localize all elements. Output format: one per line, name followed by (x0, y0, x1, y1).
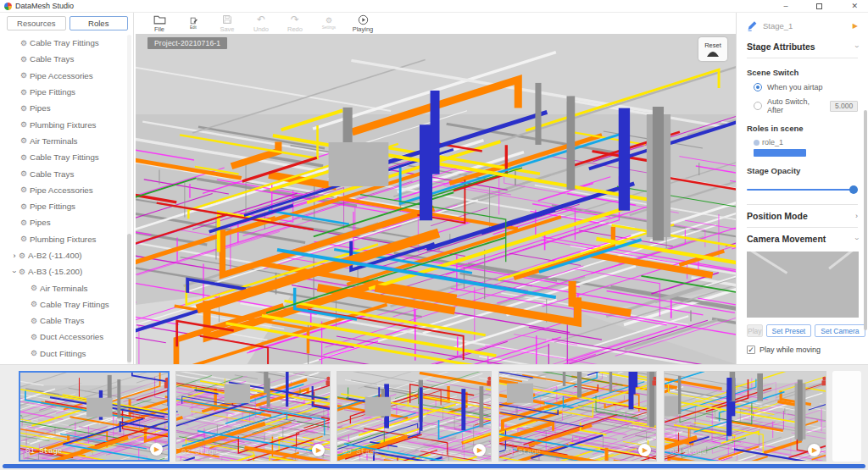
maximize-icon[interactable] (816, 3, 822, 9)
category-icon: ⚙ (31, 349, 37, 357)
category-icon: ⚙ (19, 268, 25, 276)
sidebar-item-plumbing-fixtures[interactable]: ⚙Plumbing Fixtures (0, 231, 125, 247)
stage-thumbnail-2[interactable]: 02 Stage▶ (175, 371, 331, 462)
sidebar-item-cable-trays[interactable]: ⚙Cable Trays (0, 165, 125, 181)
stage-thumbnail-label: 02 Stage (181, 448, 218, 456)
scene-switch-label: Scene Switch (747, 68, 858, 77)
filmstrip-scrollbar[interactable] (3, 464, 865, 468)
sidebar-tabs: Resources Roles (0, 13, 133, 32)
sidebar-item-label: Cable Tray Fittings (30, 152, 99, 162)
sidebar-item-label: Pipe Fittings (30, 202, 75, 211)
stage-thumbnail-3[interactable]: 03 Stage▶ (337, 371, 492, 462)
playing-button[interactable]: Playing (352, 14, 374, 33)
play-triangle: ▶ (643, 447, 648, 454)
file-button[interactable]: File (148, 14, 170, 33)
category-icon: ⚙ (20, 55, 27, 64)
sidebar-item-label: Air Terminals (30, 136, 77, 146)
sidebar-item-cable-tray-fittings[interactable]: ⚙Cable Tray Fittings (0, 149, 125, 165)
close-icon[interactable]: ✕ (851, 3, 858, 10)
sidebar-item-pipes[interactable]: ⚙Pipes (0, 100, 125, 116)
sidebar-item-label: A-B3 (-15.200) (28, 267, 82, 276)
reset-view-button[interactable]: Reset (698, 37, 727, 61)
category-icon: ⚙ (19, 252, 25, 260)
sidebar-item-air-terminals[interactable]: ⚙Air Terminals (0, 133, 125, 149)
edit-stage-icon[interactable] (747, 20, 758, 31)
app-logo-icon (4, 3, 12, 10)
sidebar-item-cable-tray-fittings[interactable]: ⚙Cable Tray Fittings (0, 35, 125, 51)
sidebar-item-label: Duct Accessories (40, 332, 103, 341)
checkbox-checked-icon[interactable]: ✓ (747, 346, 755, 354)
category-icon: ⚙ (20, 39, 27, 47)
radio-when-you-airtap[interactable]: When you airtap (747, 83, 858, 91)
slider-knob[interactable] (849, 185, 858, 194)
sidebar-item-label: Cable Tray Fittings (30, 38, 99, 47)
sidebar-item-label: Pipe Fittings (30, 87, 75, 97)
sidebar-item-pipe-fittings[interactable]: ⚙Pipe Fittings (0, 84, 125, 100)
stage-thumbnail-label: 05 Stage (670, 448, 706, 456)
undo-icon: ↶ (257, 14, 265, 25)
category-icon: ⚙ (20, 218, 27, 227)
category-icon: ⚙ (31, 333, 37, 341)
toolbar-button-label: Save (220, 26, 234, 33)
sidebar-item-duct-fittings[interactable]: ⚙Duct Fittings (0, 346, 125, 362)
stage-opacity-slider[interactable] (747, 185, 858, 194)
divider (747, 227, 858, 228)
radio-auto-switch[interactable]: Auto Switch, After 5.000 (747, 97, 858, 114)
role-item[interactable]: role_1 (747, 138, 858, 147)
set-camera-button[interactable]: Set Camera (815, 324, 865, 337)
stage-thumbnail-4[interactable]: 04 Stage▶ (498, 371, 657, 462)
panel-scrollbar-thumb[interactable] (864, 110, 867, 330)
section-camera-movement[interactable]: Camera Movement › (747, 234, 858, 244)
category-icon: ⚙ (20, 120, 27, 129)
thumbnail-play-icon[interactable]: ▶ (312, 444, 325, 456)
viewport-3d[interactable]: Project-20210716-1 Reset (136, 34, 736, 364)
sidebar-item-duct-accessories[interactable]: ⚙Duct Accessories (0, 329, 125, 345)
minimize-icon[interactable]: – (783, 3, 787, 10)
edit-icon (190, 17, 198, 25)
category-icon: ⚙ (31, 284, 37, 292)
chevron-down-icon[interactable]: › (10, 268, 19, 276)
sidebar-scrollbar[interactable] (127, 35, 131, 364)
empty-stage-card (832, 371, 861, 462)
tab-roles[interactable]: Roles (70, 16, 129, 30)
sidebar-item-pipe-fittings[interactable]: ⚙Pipe Fittings (0, 198, 125, 214)
sidebar-item-pipes[interactable]: ⚙Pipes (0, 214, 125, 230)
play-icon (358, 14, 369, 25)
thumbnail-play-icon[interactable]: ▶ (808, 444, 821, 456)
sidebar-scrollbar-thumb[interactable] (127, 234, 131, 362)
sidebar-item-label: Pipe Accessories (30, 71, 93, 80)
tab-resources[interactable]: Resources (7, 16, 66, 30)
thumbnail-play-icon[interactable]: ▶ (473, 444, 486, 456)
section-position-mode[interactable]: Position Mode › (747, 211, 858, 221)
sidebar-item-label: Pipes (30, 103, 51, 113)
stage-thumbnail-5[interactable]: 05 Stage▶ (664, 371, 826, 462)
redo-button: ↷Redo (284, 14, 306, 33)
toolbar-button-label: Playing (353, 26, 374, 33)
set-preset-button[interactable]: Set Preset (766, 324, 812, 337)
sidebar-item-label: Pipe Accessories (30, 185, 93, 195)
sidebar-item-cable-trays[interactable]: ⚙Cable Trays (0, 312, 125, 329)
play-camera-button: Play (747, 324, 763, 337)
chevron-right-icon[interactable]: › (10, 252, 19, 260)
toolbar-button-label: Settings (322, 26, 336, 30)
section-stage-attributes[interactable]: Stage Attributes › (747, 41, 858, 52)
sidebar-item-pipe-accessories[interactable]: ⚙Pipe Accessories (0, 68, 125, 84)
sidebar-item-a-b2-11-400[interactable]: ›⚙A-B2 (-11.400) (0, 247, 125, 263)
sidebar-item-a-b3-15-200[interactable]: ›⚙A-B3 (-15.200) (0, 263, 125, 279)
thumbnail-play-icon[interactable]: ▶ (638, 444, 651, 456)
sidebar-item-plumbing-fixtures[interactable]: ⚙Plumbing Fixtures (0, 116, 125, 132)
settings-button: ⚙Settings (318, 17, 340, 30)
stage-thumbnail-1[interactable]: 01 Stage▶ (19, 371, 170, 462)
auto-switch-seconds-input[interactable]: 5.000 (830, 101, 858, 112)
sidebar-item-air-terminals[interactable]: ⚙Air Terminals (0, 279, 125, 296)
thumbnail-play-icon[interactable]: ▶ (150, 443, 163, 456)
sidebar-item-label: A-B2 (-11.400) (28, 251, 82, 260)
sidebar-item-cable-tray-fittings[interactable]: ⚙Cable Tray Fittings (0, 296, 125, 312)
save-icon (222, 14, 232, 25)
category-icon: ⚙ (31, 300, 37, 308)
sidebar-item-pipe-accessories[interactable]: ⚙Pipe Accessories (0, 182, 125, 198)
edit-button[interactable]: Edit (182, 17, 204, 30)
play-while-moving-row[interactable]: ✓ Play while moving (747, 346, 858, 354)
category-icon: ⚙ (20, 202, 27, 211)
sidebar-item-cable-trays[interactable]: ⚙Cable Trays (0, 51, 125, 67)
